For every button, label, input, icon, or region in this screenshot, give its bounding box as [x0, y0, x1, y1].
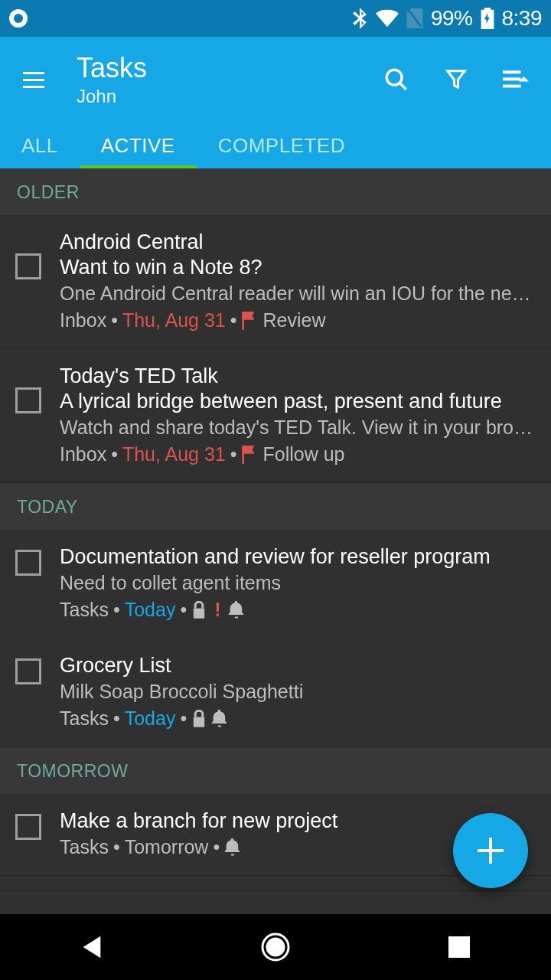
task-date: Today	[125, 707, 176, 730]
screen: 99% 8:39 Tasks John	[0, 0, 551, 980]
app-bar-actions	[380, 63, 542, 96]
assistant-icon	[9, 9, 28, 28]
svg-rect-7	[194, 608, 204, 618]
task-title: Want to win a Note 8?	[60, 256, 536, 279]
task-folder: Inbox	[60, 443, 106, 466]
task-list[interactable]: OLDER Android Central Want to win a Note…	[0, 168, 551, 914]
task-date: Thu, Aug 31	[122, 309, 226, 332]
task-preview: Need to collet agent items	[60, 572, 536, 594]
bell-icon	[228, 601, 245, 619]
meta-dot: •	[113, 599, 120, 621]
section-tomorrow: TOMORROW	[0, 747, 551, 794]
lock-icon	[191, 601, 207, 619]
home-button[interactable]	[253, 924, 298, 970]
svg-rect-2	[503, 70, 521, 74]
task-date: Tomorrow	[125, 836, 209, 858]
task-body: Documentation and review for reseller pr…	[60, 545, 536, 621]
wifi-icon	[376, 9, 399, 28]
meta-dot: •	[113, 707, 120, 730]
svg-rect-3	[503, 77, 521, 80]
urgent-icon: !	[211, 599, 223, 621]
svg-point-10	[267, 939, 284, 956]
search-button[interactable]	[380, 63, 413, 96]
task-meta: Inbox • Thu, Aug 31 • Review	[60, 309, 536, 332]
battery-percent: 99%	[431, 6, 473, 31]
task-body: Today's TED Talk A lyrical bridge betwee…	[60, 364, 536, 466]
task-checkbox[interactable]	[15, 253, 41, 279]
tab-active[interactable]: ACTIVE	[80, 122, 197, 168]
task-body: Grocery List Milk Soap Broccoli Spaghett…	[60, 654, 536, 730]
meta-dot: •	[180, 707, 187, 730]
menu-button[interactable]	[9, 72, 58, 88]
title-block: Tasks John	[58, 52, 380, 107]
app-title: Tasks	[77, 52, 380, 84]
status-bar: 99% 8:39	[0, 0, 551, 37]
task-title: Documentation and review for reseller pr…	[60, 545, 536, 569]
svg-rect-11	[448, 936, 470, 958]
section-older: OLDER	[0, 168, 551, 215]
task-folder: Inbox	[60, 309, 106, 332]
meta-dot: •	[180, 599, 187, 621]
task-folder: Tasks	[60, 599, 109, 621]
task-preview: One Android Central reader will win an I…	[60, 283, 536, 305]
status-left	[9, 9, 28, 28]
navigation-bar	[0, 914, 551, 980]
tabs: ALL ACTIVE COMPLETED	[0, 122, 551, 168]
meta-dot: •	[230, 309, 237, 332]
clock: 8:39	[502, 6, 543, 31]
svg-rect-6	[242, 446, 244, 464]
task-preview: Milk Soap Broccoli Spaghetti	[60, 681, 536, 703]
status-right: 99% 8:39	[351, 6, 542, 31]
app-bar-top: Tasks John	[0, 37, 551, 122]
task-title: A lyrical bridge between past, present a…	[60, 390, 536, 413]
plus-icon	[478, 838, 504, 864]
bluetooth-icon	[351, 8, 368, 29]
task-sender: Android Central	[60, 230, 536, 254]
task-folder: Tasks	[60, 836, 109, 858]
task-body: Android Central Want to win a Note 8? On…	[60, 230, 536, 332]
svg-rect-8	[194, 717, 204, 727]
meta-dot: •	[230, 443, 237, 466]
task-item[interactable]: Documentation and review for reseller pr…	[0, 530, 551, 639]
meta-dot: •	[113, 836, 120, 858]
tab-all[interactable]: ALL	[0, 122, 80, 168]
back-button[interactable]	[69, 924, 115, 970]
task-checkbox[interactable]	[15, 814, 41, 840]
task-folder: Tasks	[60, 707, 109, 730]
svg-point-0	[386, 70, 402, 85]
lock-icon	[191, 710, 207, 728]
task-preview: Watch and share today's TED Talk. View i…	[60, 416, 536, 439]
task-item[interactable]: Today's TED Talk A lyrical bridge betwee…	[0, 349, 551, 483]
task-item[interactable]: Android Central Want to win a Note 8? On…	[0, 215, 551, 349]
task-checkbox[interactable]	[15, 387, 41, 413]
task-sender: Today's TED Talk	[60, 364, 536, 388]
task-item[interactable]: Grocery List Milk Soap Broccoli Spaghett…	[0, 639, 551, 747]
flag-icon	[242, 446, 259, 464]
app-bar: Tasks John ALL ACTIVE COMPLETED	[0, 37, 551, 168]
svg-rect-4	[503, 85, 521, 88]
bell-icon	[211, 710, 228, 728]
meta-dot: •	[111, 309, 118, 332]
filter-button[interactable]	[439, 63, 473, 96]
meta-dot: •	[111, 443, 118, 466]
flag-icon	[242, 312, 259, 330]
battery-icon	[481, 8, 494, 29]
recent-apps-button[interactable]	[436, 924, 482, 970]
task-checkbox[interactable]	[15, 550, 41, 576]
sort-button[interactable]	[499, 63, 533, 96]
section-today: TODAY	[0, 483, 551, 530]
task-date: Today	[125, 599, 176, 621]
task-date: Thu, Aug 31	[122, 443, 226, 466]
task-meta: Tasks • Today • !	[60, 599, 536, 621]
task-tag: Follow up	[263, 443, 345, 466]
bell-icon	[224, 838, 241, 857]
task-checkbox[interactable]	[15, 658, 41, 684]
sim-icon	[406, 8, 423, 28]
svg-rect-5	[242, 312, 244, 330]
meta-dot: •	[213, 836, 220, 858]
task-tag: Review	[263, 309, 326, 332]
add-task-fab[interactable]	[453, 813, 528, 888]
task-title: Grocery List	[60, 654, 536, 678]
task-meta: Tasks • Today •	[60, 707, 536, 730]
tab-completed[interactable]: COMPLETED	[197, 122, 367, 168]
